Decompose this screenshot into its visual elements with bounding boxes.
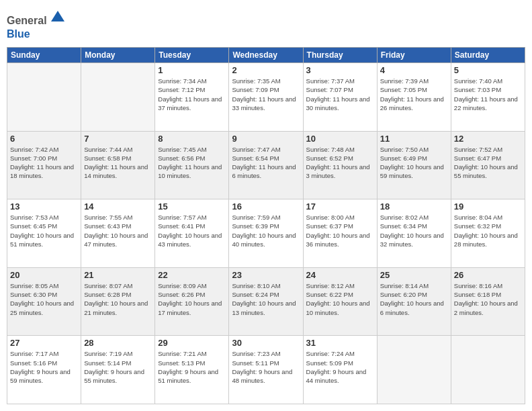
- day-number: 29: [158, 338, 226, 348]
- table-row: 16 Sunrise: 7:59 AMSunset: 6:39 PMDaylig…: [229, 199, 303, 268]
- day-info: Sunrise: 7:23 AMSunset: 5:11 PMDaylight:…: [232, 349, 300, 385]
- col-sunday: Sunday: [7, 48, 81, 63]
- col-wednesday: Wednesday: [229, 48, 303, 63]
- calendar-week-row: 27 Sunrise: 7:17 AMSunset: 5:16 PMDaylig…: [7, 336, 525, 404]
- day-info: Sunrise: 8:04 AMSunset: 6:32 PMDaylight:…: [454, 213, 522, 248]
- table-row: 20 Sunrise: 8:05 AMSunset: 6:30 PMDaylig…: [7, 267, 81, 336]
- table-row: [377, 336, 451, 404]
- table-row: 15 Sunrise: 7:57 AMSunset: 6:41 PMDaylig…: [155, 199, 229, 268]
- day-info: Sunrise: 7:47 AMSunset: 6:54 PMDaylight:…: [232, 145, 300, 181]
- day-number: 22: [158, 270, 226, 280]
- day-number: 18: [380, 201, 448, 212]
- table-row: 30 Sunrise: 7:23 AMSunset: 5:11 PMDaylig…: [229, 336, 303, 404]
- day-number: 23: [232, 270, 300, 280]
- day-info: Sunrise: 7:42 AMSunset: 7:00 PMDaylight:…: [10, 145, 78, 181]
- table-row: 27 Sunrise: 7:17 AMSunset: 5:16 PMDaylig…: [7, 336, 81, 404]
- day-info: Sunrise: 7:55 AMSunset: 6:43 PMDaylight:…: [84, 213, 152, 248]
- day-number: 3: [306, 65, 374, 75]
- day-number: 9: [232, 134, 300, 144]
- day-info: Sunrise: 8:16 AMSunset: 6:18 PMDaylight:…: [454, 281, 522, 317]
- day-number: 1: [158, 65, 226, 75]
- day-info: Sunrise: 7:48 AMSunset: 6:52 PMDaylight:…: [306, 145, 374, 181]
- header: General Blue: [7, 7, 525, 42]
- calendar-week-row: 20 Sunrise: 8:05 AMSunset: 6:30 PMDaylig…: [7, 267, 525, 336]
- day-number: 11: [380, 134, 448, 144]
- day-info: Sunrise: 7:40 AMSunset: 7:03 PMDaylight:…: [454, 77, 522, 112]
- day-number: 17: [306, 201, 374, 212]
- day-info: Sunrise: 7:52 AMSunset: 6:47 PMDaylight:…: [454, 145, 522, 181]
- table-row: 19 Sunrise: 8:04 AMSunset: 6:32 PMDaylig…: [451, 199, 525, 268]
- day-info: Sunrise: 7:53 AMSunset: 6:45 PMDaylight:…: [10, 213, 78, 248]
- svg-text:General: General: [7, 15, 47, 26]
- table-row: 17 Sunrise: 8:00 AMSunset: 6:37 PMDaylig…: [303, 199, 377, 268]
- table-row: 5 Sunrise: 7:40 AMSunset: 7:03 PMDayligh…: [451, 63, 525, 132]
- day-info: Sunrise: 7:17 AMSunset: 5:16 PMDaylight:…: [10, 349, 78, 385]
- logo: General Blue: [7, 9, 67, 42]
- day-number: 8: [158, 134, 226, 144]
- day-number: 21: [84, 270, 152, 280]
- day-number: 6: [10, 134, 78, 144]
- table-row: 24 Sunrise: 8:12 AMSunset: 6:22 PMDaylig…: [303, 267, 377, 336]
- day-info: Sunrise: 8:07 AMSunset: 6:28 PMDaylight:…: [84, 281, 152, 317]
- day-info: Sunrise: 7:39 AMSunset: 7:05 PMDaylight:…: [380, 77, 448, 112]
- day-info: Sunrise: 8:14 AMSunset: 6:20 PMDaylight:…: [380, 281, 448, 317]
- col-saturday: Saturday: [451, 48, 525, 63]
- day-number: 16: [232, 201, 300, 212]
- day-number: 19: [454, 201, 522, 212]
- table-row: 13 Sunrise: 7:53 AMSunset: 6:45 PMDaylig…: [7, 199, 81, 268]
- table-row: 23 Sunrise: 8:10 AMSunset: 6:24 PMDaylig…: [229, 267, 303, 336]
- day-info: Sunrise: 7:24 AMSunset: 5:09 PMDaylight:…: [306, 349, 374, 385]
- day-number: 26: [454, 270, 522, 280]
- table-row: [7, 63, 81, 132]
- table-row: [451, 336, 525, 404]
- table-row: 31 Sunrise: 7:24 AMSunset: 5:09 PMDaylig…: [303, 336, 377, 404]
- calendar-week-row: 13 Sunrise: 7:53 AMSunset: 6:45 PMDaylig…: [7, 199, 525, 268]
- calendar-week-row: 6 Sunrise: 7:42 AMSunset: 7:00 PMDayligh…: [7, 131, 525, 199]
- day-number: 2: [232, 65, 300, 75]
- table-row: 12 Sunrise: 7:52 AMSunset: 6:47 PMDaylig…: [451, 131, 525, 199]
- day-info: Sunrise: 7:19 AMSunset: 5:14 PMDaylight:…: [84, 349, 152, 385]
- day-number: 7: [84, 134, 152, 144]
- day-info: Sunrise: 7:45 AMSunset: 6:56 PMDaylight:…: [158, 145, 226, 181]
- day-number: 20: [10, 270, 78, 280]
- day-info: Sunrise: 8:10 AMSunset: 6:24 PMDaylight:…: [232, 281, 300, 317]
- day-number: 5: [454, 65, 522, 75]
- table-row: 11 Sunrise: 7:50 AMSunset: 6:49 PMDaylig…: [377, 131, 451, 199]
- table-row: 22 Sunrise: 8:09 AMSunset: 6:26 PMDaylig…: [155, 267, 229, 336]
- day-number: 24: [306, 270, 374, 280]
- svg-marker-2: [51, 11, 64, 21]
- table-row: 21 Sunrise: 8:07 AMSunset: 6:28 PMDaylig…: [81, 267, 155, 336]
- table-row: 4 Sunrise: 7:39 AMSunset: 7:05 PMDayligh…: [377, 63, 451, 132]
- day-info: Sunrise: 8:09 AMSunset: 6:26 PMDaylight:…: [158, 281, 226, 317]
- day-number: 13: [10, 201, 78, 212]
- day-number: 28: [84, 338, 152, 348]
- day-info: Sunrise: 7:34 AMSunset: 7:12 PMDaylight:…: [158, 77, 226, 112]
- svg-text:Blue: Blue: [7, 28, 30, 40]
- table-row: 10 Sunrise: 7:48 AMSunset: 6:52 PMDaylig…: [303, 131, 377, 199]
- col-tuesday: Tuesday: [155, 48, 229, 63]
- calendar-week-row: 1 Sunrise: 7:34 AMSunset: 7:12 PMDayligh…: [7, 63, 525, 132]
- day-info: Sunrise: 7:50 AMSunset: 6:49 PMDaylight:…: [380, 145, 448, 181]
- day-info: Sunrise: 7:59 AMSunset: 6:39 PMDaylight:…: [232, 213, 300, 248]
- day-info: Sunrise: 8:02 AMSunset: 6:34 PMDaylight:…: [380, 213, 448, 248]
- table-row: [81, 63, 155, 132]
- day-info: Sunrise: 8:12 AMSunset: 6:22 PMDaylight:…: [306, 281, 374, 317]
- day-info: Sunrise: 8:05 AMSunset: 6:30 PMDaylight:…: [10, 281, 78, 317]
- day-info: Sunrise: 7:37 AMSunset: 7:07 PMDaylight:…: [306, 77, 374, 112]
- col-thursday: Thursday: [303, 48, 377, 63]
- col-friday: Friday: [377, 48, 451, 63]
- day-number: 27: [10, 338, 78, 348]
- calendar-table: Sunday Monday Tuesday Wednesday Thursday…: [7, 47, 525, 404]
- table-row: 28 Sunrise: 7:19 AMSunset: 5:14 PMDaylig…: [81, 336, 155, 404]
- table-row: 25 Sunrise: 8:14 AMSunset: 6:20 PMDaylig…: [377, 267, 451, 336]
- col-monday: Monday: [81, 48, 155, 63]
- day-number: 31: [306, 338, 374, 348]
- day-number: 12: [454, 134, 522, 144]
- page: General Blue Sunday Monday Tuesday Wedne…: [0, 0, 532, 411]
- table-row: 3 Sunrise: 7:37 AMSunset: 7:07 PMDayligh…: [303, 63, 377, 132]
- table-row: 29 Sunrise: 7:21 AMSunset: 5:13 PMDaylig…: [155, 336, 229, 404]
- day-info: Sunrise: 7:21 AMSunset: 5:13 PMDaylight:…: [158, 349, 226, 385]
- day-number: 4: [380, 65, 448, 75]
- table-row: 14 Sunrise: 7:55 AMSunset: 6:43 PMDaylig…: [81, 199, 155, 268]
- day-info: Sunrise: 7:44 AMSunset: 6:58 PMDaylight:…: [84, 145, 152, 181]
